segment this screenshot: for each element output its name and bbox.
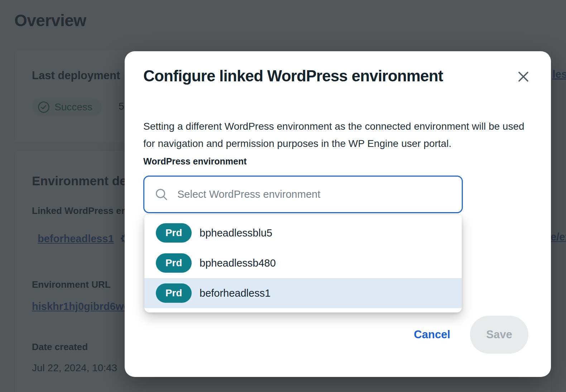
close-button[interactable] — [516, 69, 531, 84]
environment-option-name: bpheadlessblu5 — [200, 227, 272, 239]
cancel-button[interactable]: Cancel — [414, 328, 450, 341]
environment-option[interactable]: Prd bpheadlessb480 — [144, 248, 462, 278]
search-icon — [154, 187, 169, 202]
environment-option-name: bpheadlessb480 — [200, 257, 276, 269]
close-icon — [517, 70, 530, 83]
environment-option-highlighted[interactable]: Prd beforheadless1 — [144, 278, 462, 308]
environment-search-box — [143, 176, 463, 213]
configure-environment-modal: Configure linked WordPress environment S… — [125, 51, 551, 377]
environment-type-badge: Prd — [156, 223, 192, 243]
modal-footer: Cancel Save — [414, 316, 528, 354]
environment-type-badge: Prd — [156, 253, 192, 273]
environment-type-badge: Prd — [156, 283, 192, 303]
environment-option-name: beforheadless1 — [200, 287, 270, 299]
search-input[interactable] — [177, 188, 453, 201]
screen: Overview Last deployment Success 5 Envir… — [0, 0, 566, 392]
wordpress-environment-field-label: WordPress environment — [143, 156, 247, 167]
environment-options-dropdown: Prd bpheadlessblu5 Prd bpheadlessb480 Pr… — [144, 215, 462, 312]
environment-option[interactable]: Prd bpheadlessblu5 — [144, 218, 462, 248]
modal-title: Configure linked WordPress environment — [143, 67, 443, 85]
save-button[interactable]: Save — [470, 316, 528, 354]
modal-description: Setting a different WordPress environmen… — [143, 118, 528, 152]
